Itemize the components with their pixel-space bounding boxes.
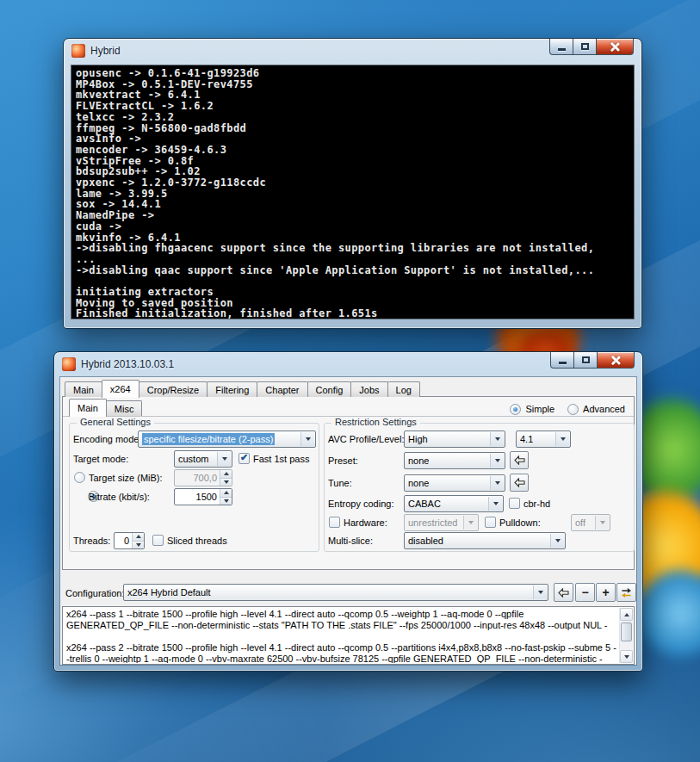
vertical-scrollbar[interactable] <box>619 608 633 663</box>
close-icon <box>610 42 620 52</box>
dropdown-arrow-icon <box>595 516 609 530</box>
entropy-coding-select[interactable]: CABAC <box>404 495 504 512</box>
tab-main[interactable]: Main <box>65 381 102 397</box>
preset-select[interactable]: none <box>404 452 505 469</box>
tab-jobs[interactable]: Jobs <box>350 381 387 397</box>
tab-filtering[interactable]: Filtering <box>207 381 257 397</box>
swap-arrows-icon <box>621 587 632 598</box>
cbr-hd-checkbox[interactable] <box>509 498 520 509</box>
subtab-misc[interactable]: Misc <box>106 400 143 416</box>
pulldown-label: Pulldown: <box>499 516 541 530</box>
avc-level-select[interactable]: 4.1 <box>516 431 571 448</box>
hybrid-app-icon <box>62 357 76 371</box>
tune-select[interactable]: none <box>404 474 505 492</box>
configuration-remove-button[interactable]: − <box>575 583 595 602</box>
avc-profile-select[interactable]: High <box>404 431 505 448</box>
command-line-preview[interactable]: x264 --pass 1 --bitrate 1500 --profile h… <box>62 606 635 665</box>
minimize-button[interactable] <box>550 352 574 369</box>
main-window-title: Hybrid 2013.10.03.1 <box>81 358 174 370</box>
tab-chapter[interactable]: Chapter <box>257 381 307 397</box>
command-pass2: x264 --pass 2 --bitrate 1500 --profile h… <box>66 642 616 663</box>
maximize-button[interactable] <box>573 352 598 369</box>
check-icon: ✔ <box>240 453 248 462</box>
multi-slice-select[interactable]: disabled <box>404 532 566 549</box>
target-size-spinner[interactable]: 700,0 <box>174 469 232 486</box>
mode-radio-group: Simple Advanced <box>510 402 625 416</box>
entropy-coding-label: Entropy coding: <box>328 497 393 511</box>
console-output-area[interactable]: opusenc -> 0.1.6-41-g19923d6 MP4Box -> 0… <box>71 65 635 319</box>
target-mode-select[interactable]: custom <box>174 450 232 468</box>
restriction-settings-title: Restriction Settings <box>331 417 420 427</box>
minimize-button[interactable] <box>549 39 573 55</box>
threads-spinner[interactable]: 0 <box>114 532 145 549</box>
bitrate-label: Bitrate (kbit/s): <box>89 490 150 504</box>
hybrid-app-icon <box>71 44 85 58</box>
spin-up-button[interactable] <box>133 533 144 542</box>
maximize-button[interactable] <box>573 39 597 55</box>
main-tab-strip: Main x264 Crop/Resize Filtering Chapter … <box>65 379 420 397</box>
configuration-label: Configuration: <box>65 586 125 600</box>
sliced-threads-checkbox[interactable] <box>152 535 164 546</box>
hardware-checkbox[interactable] <box>329 517 340 528</box>
target-mode-label: Target mode: <box>73 452 128 466</box>
general-settings-title: General Settings <box>77 417 154 427</box>
spin-down-button[interactable] <box>220 498 232 505</box>
general-settings-group: General Settings Encoding mode: specific… <box>69 423 319 552</box>
spin-up-button[interactable] <box>220 470 232 479</box>
command-line-text: x264 --pass 1 --bitrate 1500 --profile h… <box>66 609 616 663</box>
tab-x264[interactable]: x264 <box>102 380 139 398</box>
target-size-radio[interactable] <box>74 472 85 483</box>
minimize-icon <box>558 48 566 51</box>
configuration-reload-button[interactable] <box>616 583 636 602</box>
scroll-up-button[interactable] <box>620 608 633 621</box>
scroll-down-button[interactable] <box>620 650 633 663</box>
encoding-mode-select[interactable]: specific filesize/bitrate (2-pass) <box>138 431 316 448</box>
plus-icon: + <box>602 585 609 599</box>
x264-sub-tab-strip: Main Misc <box>70 398 142 416</box>
scrollbar-track[interactable] <box>620 621 633 650</box>
subtab-main[interactable]: Main <box>69 399 107 417</box>
tab-crop-resize[interactable]: Crop/Resize <box>139 381 208 397</box>
maximize-icon <box>582 356 590 363</box>
dropdown-arrow-icon <box>550 534 564 548</box>
simple-mode-label: Simple <box>525 402 554 416</box>
spin-down-button[interactable] <box>220 479 232 486</box>
minus-icon: − <box>581 585 588 599</box>
fast-first-pass-checkbox[interactable]: ✔ <box>238 453 250 464</box>
pulldown-checkbox[interactable] <box>485 517 496 528</box>
tune-apply-button[interactable] <box>510 474 529 492</box>
configuration-add-button[interactable]: + <box>596 583 616 602</box>
tab-log[interactable]: Log <box>387 381 420 397</box>
back-arrow-icon <box>558 588 569 598</box>
configuration-restore-button[interactable] <box>554 583 573 602</box>
maximize-icon <box>581 43 589 50</box>
preset-apply-button[interactable] <box>510 451 529 469</box>
console-window-title: Hybrid <box>90 45 121 57</box>
main-caption-buttons <box>551 352 635 369</box>
multi-slice-label: Multi-slice: <box>328 534 373 548</box>
spin-up-button[interactable] <box>220 489 232 498</box>
close-button[interactable] <box>597 352 635 369</box>
scrollbar-thumb[interactable] <box>621 623 632 641</box>
advanced-mode-radio[interactable] <box>567 404 579 415</box>
restriction-settings-group: Restriction Settings AVC Profile/Level: … <box>324 423 635 552</box>
pulldown-select[interactable]: off <box>571 514 610 531</box>
x264-tab-page: Main Misc Simple Advanced General Settin… <box>62 396 635 570</box>
command-pass1: x264 --pass 1 --bitrate 1500 --profile h… <box>66 609 616 631</box>
bitrate-spinner[interactable]: 1500 <box>174 488 232 505</box>
simple-mode-radio[interactable] <box>510 404 521 415</box>
dropdown-arrow-icon <box>488 497 502 511</box>
close-button[interactable] <box>596 39 634 55</box>
dropdown-arrow-icon <box>300 432 314 446</box>
minimize-icon <box>559 362 567 364</box>
dropdown-arrow-icon <box>555 432 569 446</box>
dropdown-arrow-icon <box>463 516 477 530</box>
back-arrow-icon <box>514 455 525 465</box>
target-size-label: Target size (MiB): <box>89 471 163 485</box>
main-window: Hybrid 2013.10.03.1 Main x264 Crop/Resiz… <box>53 351 643 672</box>
configuration-select[interactable]: x264 Hybrid Default <box>123 584 548 601</box>
spin-down-button[interactable] <box>133 542 144 549</box>
tab-config[interactable]: Config <box>307 381 352 397</box>
dropdown-arrow-icon <box>490 432 504 446</box>
hardware-select[interactable]: unrestricted <box>404 514 479 531</box>
